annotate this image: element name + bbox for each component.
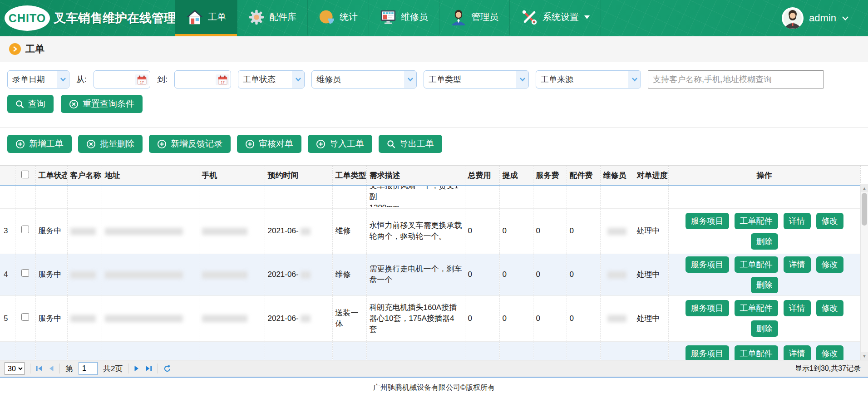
- scroll-up-icon[interactable]: ▲: [861, 184, 868, 192]
- plus-circle-icon: [245, 139, 255, 149]
- filter-row: 录单日期 从: 17 到: 17 工单状态 维修员 工单类型 工单来源: [0, 62, 868, 88]
- cell-fee: 0: [567, 254, 600, 295]
- nav-item-workorders[interactable]: 工单: [175, 0, 237, 36]
- top-navigation-bar: CHITO 叉车销售维护在线管理系统 工单配件库统计维修员管理员系统设置 adm…: [0, 0, 868, 36]
- keyword-search-input[interactable]: [648, 70, 824, 88]
- order-status-select[interactable]: 工单状态: [238, 70, 305, 88]
- row-action-details[interactable]: 详情: [784, 300, 811, 316]
- next-page-icon[interactable]: [134, 365, 139, 372]
- prev-page-icon[interactable]: [49, 365, 54, 372]
- nav-item-repairmen[interactable]: 维修员: [369, 0, 439, 36]
- vertical-scrollbar[interactable]: ▲ ▼: [860, 184, 868, 360]
- row-action-details[interactable]: 详情: [784, 256, 811, 273]
- cell-address: [102, 254, 199, 295]
- cell-fee: 0: [533, 254, 567, 295]
- search-button[interactable]: 查询: [7, 95, 54, 113]
- nav-item-label: 统计: [340, 11, 358, 23]
- redacted-text: [202, 315, 247, 322]
- row-action-edit[interactable]: 修改: [816, 345, 843, 360]
- row-action-service-items[interactable]: 服务项目: [686, 256, 729, 273]
- reset-query-button[interactable]: 重置查询条件: [61, 95, 143, 113]
- batch-delete-button[interactable]: 批量删除: [78, 135, 143, 153]
- row-checkbox[interactable]: [21, 313, 29, 321]
- col-header-5: 工单类型: [332, 166, 366, 186]
- user-area[interactable]: admin: [782, 0, 868, 36]
- total-pages-label: 共2页: [103, 364, 123, 374]
- cell-status: 服务中: [35, 208, 67, 254]
- chevron-down-icon: [57, 71, 69, 88]
- plus-circle-icon: [157, 139, 167, 149]
- row-action-delete[interactable]: 删除: [751, 320, 778, 337]
- row-action-edit[interactable]: 修改: [816, 213, 843, 229]
- separator: [59, 364, 60, 373]
- home-icon: [186, 9, 203, 25]
- page-size-select[interactable]: 30: [5, 362, 25, 375]
- avatar[interactable]: [782, 7, 804, 29]
- row-action-details[interactable]: 详情: [784, 345, 811, 360]
- gear-icon: [248, 9, 265, 25]
- separator: [128, 364, 128, 373]
- select-all-checkbox[interactable]: [21, 171, 29, 178]
- chevron-down-icon: [516, 71, 528, 88]
- x-circle-icon: [86, 139, 96, 149]
- row-checkbox[interactable]: [21, 269, 29, 277]
- date-from-input[interactable]: 17: [94, 70, 150, 88]
- nav-item-admins[interactable]: 管理员: [439, 0, 509, 36]
- row-action-delete[interactable]: 删除: [751, 277, 778, 293]
- date-type-select[interactable]: 录单日期: [7, 70, 69, 88]
- toolbar-button-label: 导出工单: [399, 138, 434, 150]
- row-action-order-parts[interactable]: 工单配件: [735, 213, 778, 229]
- table-row-5: 5服务中2021-06-送装一体科朗充电机插头160A接插器心10套，175A接…: [0, 295, 860, 341]
- scrollbar-thumb[interactable]: [862, 193, 867, 226]
- select-value: 工单状态: [238, 71, 292, 88]
- row-action-service-items[interactable]: 服务项目: [686, 213, 729, 229]
- nav-item-settings[interactable]: 系统设置: [509, 0, 601, 36]
- cell-phone: [199, 254, 265, 295]
- first-page-icon[interactable]: [36, 365, 43, 372]
- breadcrumb: 工单: [0, 36, 868, 62]
- row-checkbox[interactable]: [21, 226, 29, 233]
- scroll-down-icon[interactable]: ▼: [861, 352, 868, 360]
- page-number-input[interactable]: [79, 362, 98, 375]
- export-orders-button[interactable]: 导出工单: [379, 135, 442, 153]
- import-orders-button[interactable]: 导入工单: [308, 135, 372, 153]
- cell-demand: 需更换行走电机一个，刹车盘一个: [366, 254, 465, 295]
- cell-status: 服务中: [35, 254, 67, 295]
- row-action-edit[interactable]: 修改: [816, 256, 843, 273]
- row-action-order-parts[interactable]: 工单配件: [735, 300, 778, 316]
- nav-item-stats[interactable]: 统计: [307, 0, 369, 36]
- row-action-edit[interactable]: 修改: [816, 300, 843, 316]
- last-page-icon[interactable]: [145, 365, 152, 372]
- add-order-button[interactable]: 新增工单: [7, 135, 72, 153]
- calendar-icon[interactable]: 17: [135, 74, 148, 85]
- cell-type: 维修: [332, 254, 366, 295]
- date-to-input[interactable]: 17: [174, 70, 231, 88]
- row-action-delete[interactable]: 删除: [751, 233, 778, 250]
- cell-progress: 处理中: [634, 208, 668, 254]
- row-action-order-parts[interactable]: 工单配件: [735, 256, 778, 273]
- row-action-service-items[interactable]: 服务项目: [686, 345, 729, 360]
- row-action-details[interactable]: 详情: [784, 213, 811, 229]
- cell-fee: 0: [567, 208, 600, 254]
- repairman-select[interactable]: 维修员: [311, 70, 417, 88]
- nav-item-label: 配件库: [269, 11, 296, 23]
- page-title: 工单: [25, 43, 44, 55]
- col-header-12: 对单进度: [634, 166, 668, 186]
- separator: [158, 364, 158, 373]
- refresh-icon[interactable]: [163, 365, 171, 373]
- row-action-order-parts[interactable]: 工单配件: [735, 345, 778, 360]
- add-feedback-button[interactable]: 新增反馈记录: [149, 135, 231, 153]
- calendar-icon[interactable]: 17: [216, 74, 229, 85]
- redacted-text: [607, 228, 626, 235]
- nav-item-parts[interactable]: 配件库: [237, 0, 307, 36]
- order-source-select[interactable]: 工单来源: [536, 70, 641, 88]
- records-summary: 显示1到30,共37记录: [795, 364, 863, 373]
- cell-date: 2021-06-: [265, 254, 332, 295]
- cell-actions: 服务项目工单配件详情修改删除: [668, 295, 860, 341]
- row-action-service-items[interactable]: 服务项目: [686, 300, 729, 316]
- audit-order-button[interactable]: 审核对单: [237, 135, 301, 153]
- pie-chart-icon: [319, 9, 335, 25]
- col-header-7: 总费用: [465, 166, 499, 186]
- order-type-select[interactable]: 工单类型: [424, 70, 529, 88]
- cell-progress: 处理中: [634, 254, 668, 295]
